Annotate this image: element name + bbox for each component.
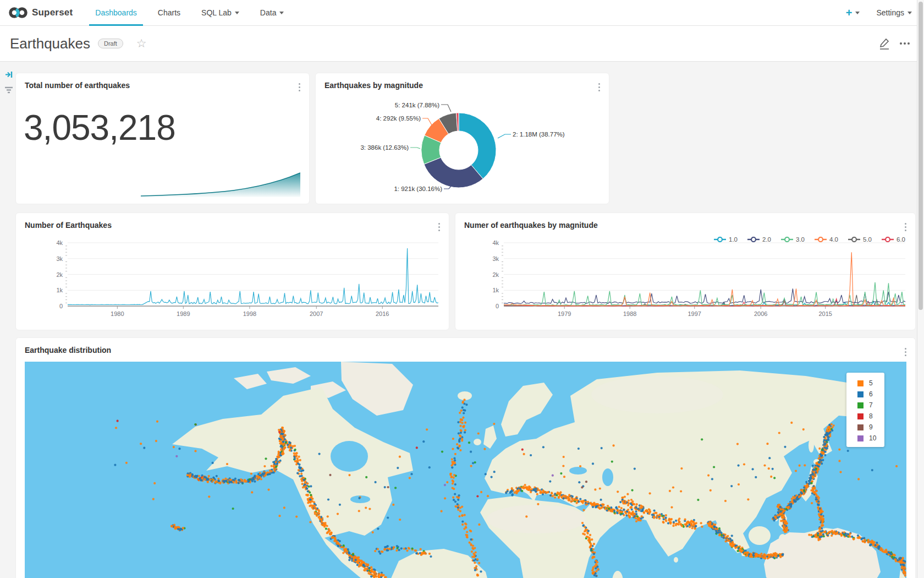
scrollbar-thumb[interactable] [919, 2, 923, 310]
svg-text:1988: 1988 [623, 310, 636, 317]
svg-text:1980: 1980 [111, 310, 124, 317]
top-navbar: Superset Dashboards Charts SQL Lab Data … [0, 0, 924, 26]
card-number-of-earthquakes: Number of Earthquakes 01k2k3k4k198019891… [15, 212, 449, 330]
svg-text:1989: 1989 [177, 310, 190, 317]
legend-marker-icon [882, 237, 894, 242]
donut-label: 5: 241k (7.88%) [395, 102, 439, 108]
legend-swatch-icon [857, 435, 864, 441]
legend-item-1.0[interactable]: 1.0 [714, 236, 738, 243]
donut-label: 4: 292k (9.55%) [376, 115, 421, 122]
chart-kebab-menu-icon[interactable] [438, 223, 440, 231]
series-2.0 [504, 288, 905, 303]
series-3.0 [504, 282, 905, 306]
map-legend-item-5: 5 [846, 378, 884, 389]
donut-label: 2: 1.18M (38.77%) [513, 131, 565, 138]
svg-text:2015: 2015 [818, 310, 832, 317]
legend-item-4.0[interactable]: 4.0 [815, 236, 838, 243]
chevron-down-icon [855, 12, 860, 14]
legend-item-2.0[interactable]: 2.0 [747, 236, 771, 243]
nav-item-sql-lab[interactable]: SQL Lab [191, 0, 250, 25]
donut-chart[interactable]: 5: 241k (7.88%)4: 292k (9.55%)3: 386k (1… [316, 73, 609, 204]
settings-menu[interactable]: Settings [876, 8, 912, 17]
more-options-icon[interactable] [900, 42, 910, 45]
scrollbar-track[interactable] [917, 0, 924, 578]
nav-items: Dashboards Charts SQL Lab Data [85, 0, 294, 25]
filter-list-icon[interactable] [4, 86, 13, 94]
svg-text:0: 0 [59, 303, 63, 309]
legend-swatch-icon [857, 402, 864, 408]
expand-filter-bar-icon[interactable] [5, 70, 13, 79]
map-legend-item-7: 7 [846, 400, 884, 411]
favorite-star-icon[interactable]: ☆ [136, 37, 147, 50]
chart-kebab-menu-icon[interactable] [905, 223, 906, 231]
svg-text:0: 0 [496, 303, 499, 309]
donut-label: 3: 386k (12.63%) [360, 144, 409, 151]
new-item-button[interactable]: + [846, 7, 860, 19]
series-count [68, 248, 438, 304]
legend-item-5.0[interactable]: 5.0 [848, 236, 872, 243]
line-chart[interactable]: 01k2k3k4k19801989199820072016 [16, 213, 449, 330]
svg-text:3k: 3k [56, 255, 63, 262]
svg-text:1998: 1998 [243, 310, 256, 317]
svg-text:1997: 1997 [688, 310, 701, 317]
nav-item-charts[interactable]: Charts [147, 0, 191, 25]
chart-title: Numer of earthquakes by magnitude [464, 221, 598, 230]
multi-line-chart[interactable]: 01k2k3k4k19791988199720062015 [455, 213, 915, 330]
chart-title: Earthquake distribution [25, 346, 111, 355]
status-badge: Draft [98, 39, 123, 48]
page-title: Earthquakes [10, 35, 90, 52]
map-legend-item-10: 10 [846, 433, 884, 444]
chart-legend: 1.0 2.0 3.0 4.0 5.0 6.0 [714, 236, 905, 243]
legend-swatch-icon [857, 391, 864, 397]
svg-text:2016: 2016 [376, 310, 389, 317]
legend-swatch-icon [857, 424, 864, 430]
nav-item-data[interactable]: Data [250, 0, 295, 25]
legend-swatch-icon [857, 413, 864, 419]
nav-item-dashboards[interactable]: Dashboards [85, 0, 147, 25]
big-number-value: 3,053,218 [24, 107, 175, 148]
svg-text:3k: 3k [492, 255, 499, 262]
legend-marker-icon [848, 237, 860, 242]
superset-logo[interactable]: Superset [9, 6, 73, 19]
card-earthquake-distribution: Earthquake distribution 5678910 [15, 337, 916, 578]
brand-name: Superset [32, 7, 73, 18]
map-legend-item-6: 6 [846, 389, 884, 400]
legend-marker-icon [815, 237, 827, 242]
card-by-magnitude-timeseries: Numer of earthquakes by magnitude 1.0 2.… [455, 212, 916, 330]
legend-item-6.0[interactable]: 6.0 [882, 236, 905, 243]
card-total-number: Total number of earthquakes 3,053,218 [15, 73, 310, 204]
legend-item-3.0[interactable]: 3.0 [781, 236, 805, 243]
chevron-down-icon [908, 12, 912, 14]
svg-text:2k: 2k [492, 271, 499, 278]
trendline-sparkline [141, 171, 300, 197]
svg-text:2007: 2007 [310, 310, 323, 317]
legend-marker-icon [781, 237, 793, 242]
edit-pencil-icon[interactable] [878, 36, 891, 51]
chevron-down-icon [235, 12, 239, 14]
map-legend-item-9: 9 [846, 422, 884, 433]
superset-infinity-icon [9, 6, 28, 19]
map-legend: 5678910 [846, 373, 884, 447]
svg-text:1k: 1k [492, 287, 499, 293]
world-map[interactable]: 5678910 [25, 362, 906, 578]
svg-text:2k: 2k [56, 271, 63, 278]
chart-kebab-menu-icon[interactable] [598, 83, 600, 91]
svg-text:4k: 4k [56, 239, 63, 246]
chart-title: Number of Earthquakes [25, 221, 112, 230]
map-legend-item-8: 8 [846, 411, 884, 422]
chart-title: Total number of earthquakes [25, 81, 130, 90]
donut-label: 1: 921k (30.16%) [394, 186, 442, 192]
chart-kebab-menu-icon[interactable] [299, 83, 300, 91]
svg-text:1979: 1979 [558, 310, 571, 317]
svg-text:4k: 4k [492, 239, 499, 246]
svg-text:1k: 1k [56, 287, 63, 293]
card-by-magnitude: Earthquakes by magnitude 5: 241k (7.88%)… [315, 73, 609, 204]
legend-marker-icon [747, 237, 760, 242]
chevron-down-icon [279, 12, 284, 14]
legend-marker-icon [714, 237, 726, 242]
chart-kebab-menu-icon[interactable] [905, 348, 906, 356]
legend-swatch-icon [857, 380, 864, 386]
dashboard-header: Earthquakes Draft ☆ [0, 26, 924, 62]
chart-title: Earthquakes by magnitude [324, 81, 423, 90]
svg-text:2006: 2006 [754, 310, 767, 317]
